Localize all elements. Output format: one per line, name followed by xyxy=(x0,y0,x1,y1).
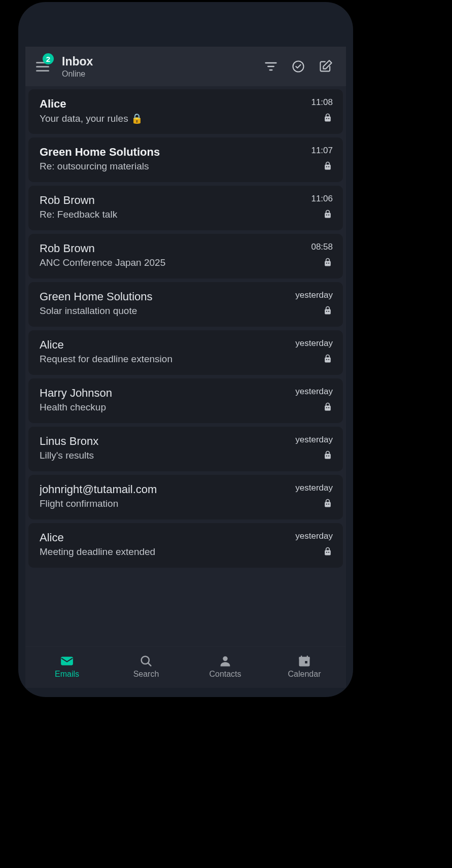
email-content: Rob BrownANC Conference Japan 2025 xyxy=(40,242,305,269)
svg-rect-17 xyxy=(328,407,330,408)
email-meta: yesterday xyxy=(295,290,333,318)
email-subject: Solar installation quote xyxy=(40,305,289,317)
svg-rect-22 xyxy=(326,552,328,553)
email-content: Rob BrownRe: Feedback talk xyxy=(40,194,305,221)
nav-calendar[interactable]: Calendar xyxy=(265,654,344,679)
nav-emails-label: Emails xyxy=(55,670,79,679)
email-sender: Rob Brown xyxy=(40,194,305,207)
email-sender: Harry Johnson xyxy=(40,387,289,400)
filter-button[interactable] xyxy=(260,55,282,78)
email-item[interactable]: AliceMeeting deadline extendedyesterday xyxy=(28,523,343,568)
svg-rect-5 xyxy=(328,118,330,119)
encryption-lock-icon xyxy=(323,546,333,559)
nav-emails[interactable]: Emails xyxy=(27,654,107,679)
email-item[interactable]: AliceRequest for deadline extensionyeste… xyxy=(28,330,343,375)
svg-rect-21 xyxy=(328,504,330,505)
email-item[interactable]: Rob BrownANC Conference Japan 202508:58 xyxy=(28,234,343,279)
bottom-nav: Emails Search Contacts xyxy=(25,646,346,688)
email-time: yesterday xyxy=(295,531,333,541)
svg-rect-19 xyxy=(328,456,330,457)
email-sender: johnright@tutamail.com xyxy=(40,483,289,496)
compose-button[interactable] xyxy=(315,55,337,78)
email-item[interactable]: Harry JohnsonHealth checkupyesterday xyxy=(28,378,343,423)
svg-rect-20 xyxy=(326,504,328,505)
calendar-icon xyxy=(297,654,311,668)
email-time: 08:58 xyxy=(311,242,333,252)
unread-badge: 2 xyxy=(43,53,54,64)
person-icon xyxy=(218,654,232,668)
svg-rect-8 xyxy=(326,215,328,216)
email-sender: Linus Bronx xyxy=(40,435,289,448)
svg-rect-23 xyxy=(328,552,330,553)
svg-rect-10 xyxy=(326,263,328,264)
encryption-lock-icon xyxy=(323,305,333,318)
email-item[interactable]: AliceYour data, your rules 🔒11:08 xyxy=(28,89,343,134)
encryption-lock-icon xyxy=(323,354,333,366)
nav-search[interactable]: Search xyxy=(107,654,186,679)
email-meta: yesterday xyxy=(295,531,333,559)
email-item[interactable]: Rob BrownRe: Feedback talk11:06 xyxy=(28,186,343,230)
mark-read-button[interactable] xyxy=(287,55,309,78)
email-time: 11:08 xyxy=(311,97,333,108)
email-time: yesterday xyxy=(295,290,333,300)
email-meta: 11:08 xyxy=(311,97,333,125)
email-time: yesterday xyxy=(295,338,333,349)
menu-button[interactable]: 2 xyxy=(30,57,55,76)
email-meta: 08:58 xyxy=(311,242,333,269)
check-circle-icon xyxy=(291,59,305,74)
nav-contacts[interactable]: Contacts xyxy=(186,654,265,679)
email-item[interactable]: Linus BronxLilly's resultsyesterday xyxy=(28,427,343,471)
email-content: AliceRequest for deadline extension xyxy=(40,338,289,366)
svg-rect-16 xyxy=(326,407,328,408)
encryption-lock-icon xyxy=(323,257,333,269)
encryption-lock-icon xyxy=(323,209,333,221)
email-time: yesterday xyxy=(295,387,333,397)
email-sender: Alice xyxy=(40,338,289,352)
email-time: yesterday xyxy=(295,435,333,445)
header-bar: 2 Inbox Online xyxy=(25,47,346,86)
encryption-lock-icon xyxy=(323,450,333,462)
email-subject: Re: Feedback talk xyxy=(40,209,305,220)
email-item[interactable]: johnright@tutamail.comFlight confirmatio… xyxy=(28,475,343,519)
app-container: 2 Inbox Online xyxy=(25,47,346,688)
email-content: Green Home SolutionsSolar installation q… xyxy=(40,290,289,318)
email-subject: Health checkup xyxy=(40,402,289,413)
encryption-lock-icon xyxy=(323,498,333,510)
phone-frame: 2 Inbox Online xyxy=(18,2,353,697)
email-content: Green Home SolutionsRe: outsourcing mate… xyxy=(40,146,305,173)
compose-icon xyxy=(319,59,333,74)
email-subject: Flight confirmation xyxy=(40,498,289,509)
email-subject: Request for deadline extension xyxy=(40,354,289,365)
email-meta: yesterday xyxy=(295,387,333,414)
svg-rect-12 xyxy=(326,311,328,312)
email-content: Harry JohnsonHealth checkup xyxy=(40,387,289,414)
email-content: AliceMeeting deadline extended xyxy=(40,531,289,559)
encryption-lock-icon xyxy=(323,113,333,125)
nav-contacts-label: Contacts xyxy=(209,670,241,679)
mail-icon xyxy=(60,654,74,668)
email-list[interactable]: AliceYour data, your rules 🔒11:08Green H… xyxy=(25,86,346,646)
email-content: johnright@tutamail.comFlight confirmatio… xyxy=(40,483,289,510)
svg-rect-9 xyxy=(328,215,330,216)
email-sender: Rob Brown xyxy=(40,242,305,255)
email-meta: 11:06 xyxy=(311,194,333,221)
svg-rect-13 xyxy=(328,311,330,312)
svg-rect-28 xyxy=(299,657,310,659)
email-item[interactable]: Green Home SolutionsRe: outsourcing mate… xyxy=(28,137,343,182)
svg-rect-7 xyxy=(328,166,330,167)
email-sender: Alice xyxy=(40,97,305,111)
email-subject: Re: outsourcing materials xyxy=(40,161,305,172)
svg-rect-31 xyxy=(305,661,307,664)
email-subject: Lilly's results xyxy=(40,450,289,461)
email-item[interactable]: Green Home SolutionsSolar installation q… xyxy=(28,282,343,327)
svg-point-26 xyxy=(223,656,227,661)
nav-search-label: Search xyxy=(133,670,159,679)
email-meta: yesterday xyxy=(295,338,333,366)
email-sender: Green Home Solutions xyxy=(40,290,289,303)
email-content: AliceYour data, your rules 🔒 xyxy=(40,97,305,125)
email-subject: ANC Conference Japan 2025 xyxy=(40,257,305,268)
encryption-lock-icon xyxy=(323,161,333,173)
svg-line-25 xyxy=(148,663,151,666)
nav-calendar-label: Calendar xyxy=(288,670,321,679)
page-title: Inbox xyxy=(62,55,255,68)
